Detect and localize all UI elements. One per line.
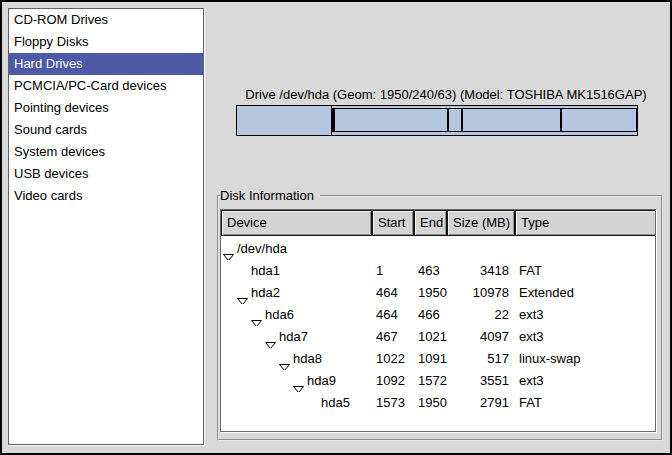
device-cell: hda5 xyxy=(221,392,372,414)
end-cell: 1091 xyxy=(414,348,447,370)
partition-segment-hda1 xyxy=(237,106,332,135)
device-cell: hda7 xyxy=(221,326,372,348)
indent-spacer xyxy=(307,403,321,404)
device-label: hda8 xyxy=(293,348,322,370)
expander-icon[interactable] xyxy=(279,356,290,363)
tree-row-hda2[interactable]: hda2464195010978Extended xyxy=(221,282,655,304)
disk-information-frame: Disk Information Device Start End Size (… xyxy=(217,195,663,441)
indent-spacer xyxy=(237,271,251,272)
end-cell: 1021 xyxy=(414,326,447,348)
size-cell: 4097 xyxy=(447,326,515,348)
end-cell xyxy=(414,238,447,260)
start-cell: 467 xyxy=(372,326,414,348)
sidebar-item-usb-devices[interactable]: USB devices xyxy=(9,163,203,185)
partition-segment-hda2 xyxy=(332,106,637,135)
drive-title: Drive /dev/hda (Geom: 1950/240/63) (Mode… xyxy=(224,87,668,102)
device-label: hda7 xyxy=(279,326,308,348)
sidebar-item-pcmcia-pc-card-devices[interactable]: PCMCIA/PC-Card devices xyxy=(9,75,203,97)
device-category-list: CD-ROM DrivesFloppy DisksHard DrivesPCMC… xyxy=(8,8,204,445)
end-cell: 1572 xyxy=(414,370,447,392)
column-header-end[interactable]: End xyxy=(414,210,447,236)
tree-row-dev-hda[interactable]: /dev/hda xyxy=(221,238,655,260)
sidebar-item-cd-rom-drives[interactable]: CD-ROM Drives xyxy=(9,9,203,31)
size-cell: 22 xyxy=(447,304,515,326)
device-label: hda6 xyxy=(265,304,294,326)
expander-icon[interactable] xyxy=(251,312,262,319)
start-cell: 464 xyxy=(372,304,414,326)
partition-segment-hda7 xyxy=(334,108,448,132)
partition-table: Device Start End Size (MB) Type /dev/hda… xyxy=(220,209,656,432)
type-cell: ext3 xyxy=(515,304,655,326)
partition-bar xyxy=(236,105,638,136)
start-cell: 1 xyxy=(372,260,414,282)
disk-information-label: Disk Information xyxy=(220,188,320,204)
sidebar-item-floppy-disks[interactable]: Floppy Disks xyxy=(9,31,203,53)
start-cell: 1092 xyxy=(372,370,414,392)
expander-icon[interactable] xyxy=(265,334,276,341)
type-cell xyxy=(515,238,655,260)
sidebar-item-hard-drives[interactable]: Hard Drives xyxy=(9,53,203,75)
logical-partitions xyxy=(332,108,637,132)
expander-icon[interactable] xyxy=(293,378,304,385)
device-cell: hda6 xyxy=(221,304,372,326)
partition-segment-hda5 xyxy=(561,108,637,132)
device-label: hda2 xyxy=(251,282,280,304)
expander-icon[interactable] xyxy=(223,246,234,253)
size-cell xyxy=(447,238,515,260)
device-label: hda1 xyxy=(251,260,280,282)
partition-tree: /dev/hdahda114633418FAThda2464195010978E… xyxy=(221,236,655,431)
tree-row-hda5[interactable]: hda5157319502791FAT xyxy=(221,392,655,414)
size-cell: 10978 xyxy=(447,282,515,304)
device-label: hda5 xyxy=(321,392,350,414)
sidebar-item-pointing-devices[interactable]: Pointing devices xyxy=(9,97,203,119)
type-cell: linux-swap xyxy=(515,348,655,370)
end-cell: 463 xyxy=(414,260,447,282)
sidebar-item-sound-cards[interactable]: Sound cards xyxy=(9,119,203,141)
start-cell: 1573 xyxy=(372,392,414,414)
device-cell: hda1 xyxy=(221,260,372,282)
start-cell xyxy=(372,238,414,260)
end-cell: 1950 xyxy=(414,392,447,414)
device-label: hda9 xyxy=(307,370,336,392)
device-cell: hda8 xyxy=(221,348,372,370)
hardware-browser-window: CD-ROM DrivesFloppy DisksHard DrivesPCMC… xyxy=(0,0,672,455)
size-cell: 3551 xyxy=(447,370,515,392)
column-header-device[interactable]: Device xyxy=(221,210,372,236)
type-cell: Extended xyxy=(515,282,655,304)
type-cell: FAT xyxy=(515,260,655,282)
column-header-start[interactable]: Start xyxy=(372,210,414,236)
tree-row-hda7[interactable]: hda746710214097ext3 xyxy=(221,326,655,348)
type-cell: FAT xyxy=(515,392,655,414)
tree-row-hda8[interactable]: hda810221091517linux-swap xyxy=(221,348,655,370)
table-header: Device Start End Size (MB) Type xyxy=(221,210,655,236)
device-label: /dev/hda xyxy=(237,238,287,260)
size-cell: 3418 xyxy=(447,260,515,282)
partition-segment-hda8 xyxy=(448,108,462,132)
size-cell: 517 xyxy=(447,348,515,370)
device-cell: hda2 xyxy=(221,282,372,304)
tree-row-hda6[interactable]: hda646446622ext3 xyxy=(221,304,655,326)
partition-segment-hda9 xyxy=(462,108,561,132)
type-cell: ext3 xyxy=(515,326,655,348)
tree-row-hda9[interactable]: hda9109215723551ext3 xyxy=(221,370,655,392)
type-cell: ext3 xyxy=(515,370,655,392)
tree-row-hda1[interactable]: hda114633418FAT xyxy=(221,260,655,282)
column-header-type[interactable]: Type xyxy=(515,210,656,236)
sidebar-item-system-devices[interactable]: System devices xyxy=(9,141,203,163)
end-cell: 1950 xyxy=(414,282,447,304)
end-cell: 466 xyxy=(414,304,447,326)
sidebar-item-video-cards[interactable]: Video cards xyxy=(9,185,203,207)
device-cell: /dev/hda xyxy=(221,238,372,260)
column-header-size[interactable]: Size (MB) xyxy=(447,210,515,236)
start-cell: 1022 xyxy=(372,348,414,370)
expander-icon[interactable] xyxy=(237,290,248,297)
start-cell: 464 xyxy=(372,282,414,304)
size-cell: 2791 xyxy=(447,392,515,414)
device-cell: hda9 xyxy=(221,370,372,392)
